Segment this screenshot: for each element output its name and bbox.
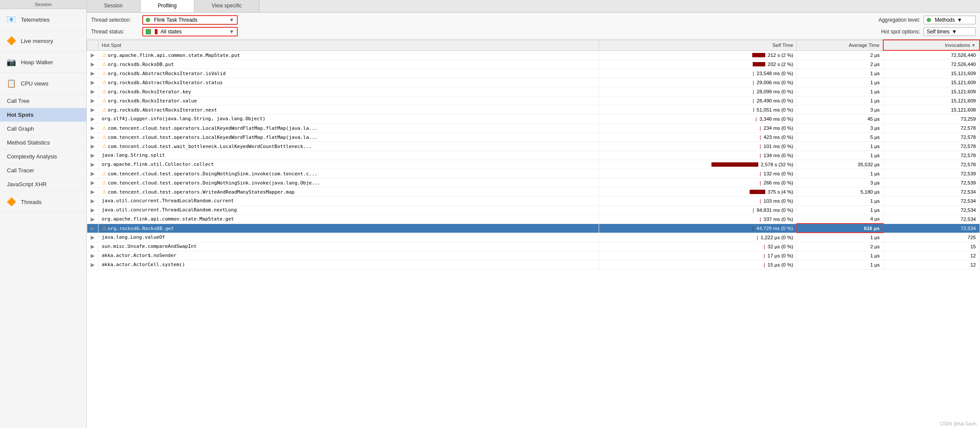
expand-button[interactable]: ▶ — [87, 142, 98, 151]
expand-button[interactable]: ▶ — [87, 214, 98, 224]
sidebar-item-method-statistics[interactable]: Method Statistics — [0, 136, 86, 150]
expand-button[interactable]: ▶ — [87, 224, 98, 233]
thread-selection-dropdown[interactable]: Flink Task Threads ▼ — [142, 15, 238, 25]
invocations-cell: 72,578 — [883, 151, 980, 160]
expand-button[interactable]: ▶ — [87, 242, 98, 251]
expand-button[interactable]: ▶ — [87, 205, 98, 214]
method-name-cell: ⚠com.tencent.cloud.test.wait_bottleneck.… — [98, 142, 599, 151]
table-row[interactable]: ▶⚠com.tencent.cloud.test.operators.Doing… — [87, 169, 980, 178]
sidebar-item-live-memory[interactable]: 🔶 Live memory — [0, 30, 86, 52]
expand-button[interactable]: ▶ — [87, 196, 98, 205]
col-hot-spot[interactable]: Hot Spot — [98, 40, 599, 50]
table-row[interactable]: ▶⚠com.tencent.cloud.test.operators.Local… — [87, 132, 980, 142]
warning-icon: ⚠ — [102, 125, 107, 131]
table-row[interactable]: ▶akka.actor.Actor$.noSender| 17 μs (0 %)… — [87, 251, 980, 260]
table-row[interactable]: ▶org.slf4j.Logger.info(java.lang.String,… — [87, 114, 980, 123]
method-name: akka.actor.ActorCell.system() — [102, 262, 185, 267]
col-invocations[interactable]: Invocations — [883, 40, 980, 50]
invocations-cell: 72,578 — [883, 160, 980, 169]
avg-time-cell: 3 μs — [797, 105, 883, 114]
tab-profiling[interactable]: Profiling — [141, 0, 194, 12]
table-row[interactable]: ▶⚠org.rocksdb.RocksIterator.value| 28,49… — [87, 96, 980, 105]
sidebar-item-call-graph[interactable]: Call Graph — [0, 122, 86, 136]
warning-icon: ⚠ — [102, 62, 107, 67]
table-row[interactable]: ▶⚠org.rocksdb.AbstractRocksIterator.isVa… — [87, 69, 980, 78]
sidebar-item-heap-walker[interactable]: 📷 Heap Walker — [0, 52, 86, 73]
expand-button[interactable]: ▶ — [87, 69, 98, 78]
method-name-cell: org.slf4j.Logger.info(java.lang.String, … — [98, 114, 599, 123]
table-row[interactable]: ▶⚠com.tencent.cloud.test.operators.Doing… — [87, 178, 980, 187]
table-row[interactable]: ▶⚠org.rocksdb.RocksDB.get| 44,729 ms (0 … — [87, 224, 980, 233]
table-row[interactable]: ▶java.util.concurrent.ThreadLocalRandom.… — [87, 205, 980, 214]
table-row[interactable]: ▶java.lang.String.split| 134 ms (0 %)1 μ… — [87, 151, 980, 160]
invocations-cell: 725 — [883, 233, 980, 242]
expand-button[interactable]: ▶ — [87, 260, 98, 269]
table-row[interactable]: ▶org.apache.flink.api.common.state.MapSt… — [87, 214, 980, 224]
heap-walker-icon: 📷 — [5, 56, 17, 68]
expand-button[interactable]: ▶ — [87, 105, 98, 114]
avg-time-cell: 35,532 μs — [797, 160, 883, 169]
sidebar-item-label: CPU views — [21, 80, 49, 87]
hotspot-dropdown[interactable]: Self times ▼ — [924, 27, 976, 36]
warning-icon: ⚠ — [102, 189, 107, 194]
expand-button[interactable]: ▶ — [87, 160, 98, 169]
expand-button[interactable]: ▶ — [87, 251, 98, 260]
expand-button[interactable]: ▶ — [87, 151, 98, 160]
aggregation-dropdown[interactable]: Methods ▼ — [924, 16, 976, 24]
expand-button[interactable]: ▶ — [87, 132, 98, 142]
method-name: com.tencent.cloud.test.operators.WriteAn… — [108, 189, 295, 195]
table-row[interactable]: ▶akka.actor.ActorCell.system()| 15 μs (0… — [87, 260, 980, 269]
table-row[interactable]: ▶java.lang.Long.valueOf| 1,222 μs (0 %)1… — [87, 233, 980, 242]
expand-button[interactable]: ▶ — [87, 50, 98, 59]
table-row[interactable]: ▶java.util.concurrent.ThreadLocalRandom.… — [87, 196, 980, 205]
table-row[interactable]: ▶⚠com.tencent.cloud.test.operators.Local… — [87, 123, 980, 132]
table-row[interactable]: ▶sun.misc.Unsafe.compareAndSwapInt| 32 μ… — [87, 242, 980, 251]
sidebar-item-call-tracer[interactable]: Call Tracer — [0, 164, 86, 178]
table-row[interactable]: ▶⚠org.rocksdb.AbstractRocksIterator.stat… — [87, 78, 980, 87]
tab-session[interactable]: Session — [87, 0, 141, 12]
telemetries-icon: 📧 — [5, 13, 17, 26]
expand-button[interactable]: ▶ — [87, 59, 98, 69]
table-row[interactable]: ▶⚠com.tencent.cloud.test.operators.Write… — [87, 187, 980, 196]
sidebar-item-telemetries[interactable]: 📧 Telemetries — [0, 9, 86, 30]
avg-time-cell: 2 μs — [797, 242, 883, 251]
hotspot-value: Self times — [927, 29, 950, 35]
sidebar-item-complexity-analysis[interactable]: Complexity Analysis — [0, 150, 86, 164]
invocations-cell: 12 — [883, 251, 980, 260]
warning-icon: ⚠ — [102, 226, 107, 231]
thread-status-dropdown[interactable]: All states ▼ — [142, 27, 238, 36]
invocations-cell: 72,539 — [883, 178, 980, 187]
table-row[interactable]: ▶⚠org.apache.flink.api.common.state.MapS… — [87, 50, 980, 59]
warning-icon: ⚠ — [102, 180, 107, 185]
expand-button[interactable]: ▶ — [87, 123, 98, 132]
col-avg-time[interactable]: Average Time — [797, 40, 883, 50]
table-row[interactable]: ▶⚠com.tencent.cloud.test.wait_bottleneck… — [87, 142, 980, 151]
table-row[interactable]: ▶⚠org.rocksdb.RocksIterator.key| 28,099 … — [87, 87, 980, 96]
avg-time-cell: 2 μs — [797, 50, 883, 59]
expand-button[interactable]: ▶ — [87, 96, 98, 105]
sidebar-item-hot-spots[interactable]: Hot Spots — [0, 108, 86, 122]
sidebar-item-call-tree[interactable]: Call Tree — [0, 94, 86, 108]
aggregation-value: Methods — [935, 17, 955, 23]
table-row[interactable]: ▶⚠org.rocksdb.RocksDB.put202 s (2 %)2 μs… — [87, 59, 980, 69]
expand-button[interactable]: ▶ — [87, 114, 98, 123]
method-name-cell: java.util.concurrent.ThreadLocalRandom.c… — [98, 196, 599, 205]
table-row[interactable]: ▶org.apache.flink.util.Collector.collect… — [87, 160, 980, 169]
expand-button[interactable]: ▶ — [87, 233, 98, 242]
expand-button[interactable]: ▶ — [87, 87, 98, 96]
tab-view-specific[interactable]: View specific — [194, 0, 259, 12]
main-panel: Session Profiling View specific Thread s… — [87, 0, 980, 428]
sidebar-item-javascript-xhr[interactable]: JavaScript XHR — [0, 178, 86, 191]
warning-icon: ⚠ — [102, 98, 107, 103]
expand-button[interactable]: ▶ — [87, 78, 98, 87]
col-self-time[interactable]: Self Time — [599, 40, 797, 50]
sidebar-item-threads[interactable]: 🔶 Threads — [0, 191, 86, 213]
expand-button[interactable]: ▶ — [87, 187, 98, 196]
table-row[interactable]: ▶⚠org.rocksdb.AbstractRocksIterator.next… — [87, 105, 980, 114]
method-name: org.rocksdb.AbstractRocksIterator.next — [108, 107, 217, 113]
expand-button[interactable]: ▶ — [87, 169, 98, 178]
thread-selection-row: Thread selection: Flink Task Threads ▼ A… — [91, 15, 976, 25]
sidebar-item-label: Live memory — [21, 38, 53, 44]
expand-button[interactable]: ▶ — [87, 178, 98, 187]
sidebar-item-cpu-views[interactable]: 📋 CPU views — [0, 73, 86, 94]
